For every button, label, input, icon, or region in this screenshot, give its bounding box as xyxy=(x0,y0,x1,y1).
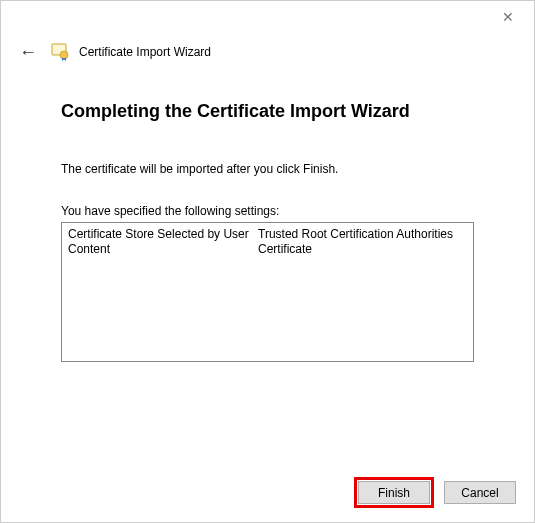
wizard-header: ← Certificate Import Wizard xyxy=(1,33,534,71)
settings-listbox: Certificate Store Selected by User Trust… xyxy=(61,222,474,362)
settings-table: Certificate Store Selected by User Trust… xyxy=(68,227,459,257)
page-heading: Completing the Certificate Import Wizard xyxy=(61,101,474,122)
setting-value: Certificate xyxy=(258,242,459,257)
wizard-window: ✕ ← Certificate Import Wizard Completing… xyxy=(0,0,535,523)
settings-label: You have specified the following setting… xyxy=(61,204,474,218)
wizard-title: Certificate Import Wizard xyxy=(79,45,211,59)
certificate-icon xyxy=(51,43,69,61)
setting-value: Trusted Root Certification Authorities xyxy=(258,227,459,242)
close-icon[interactable]: ✕ xyxy=(494,5,522,29)
back-arrow-icon[interactable]: ← xyxy=(15,41,41,63)
finish-button[interactable]: Finish xyxy=(358,481,430,504)
setting-key: Content xyxy=(68,242,258,257)
svg-point-1 xyxy=(60,51,68,59)
cancel-button[interactable]: Cancel xyxy=(444,481,516,504)
setting-key: Certificate Store Selected by User xyxy=(68,227,258,242)
description-text: The certificate will be imported after y… xyxy=(61,162,474,176)
titlebar: ✕ xyxy=(1,1,534,33)
finish-button-highlight: Finish xyxy=(354,477,434,508)
wizard-content: Completing the Certificate Import Wizard… xyxy=(1,71,534,463)
table-row: Content Certificate xyxy=(68,242,459,257)
table-row: Certificate Store Selected by User Trust… xyxy=(68,227,459,242)
wizard-footer: Finish Cancel xyxy=(1,463,534,522)
